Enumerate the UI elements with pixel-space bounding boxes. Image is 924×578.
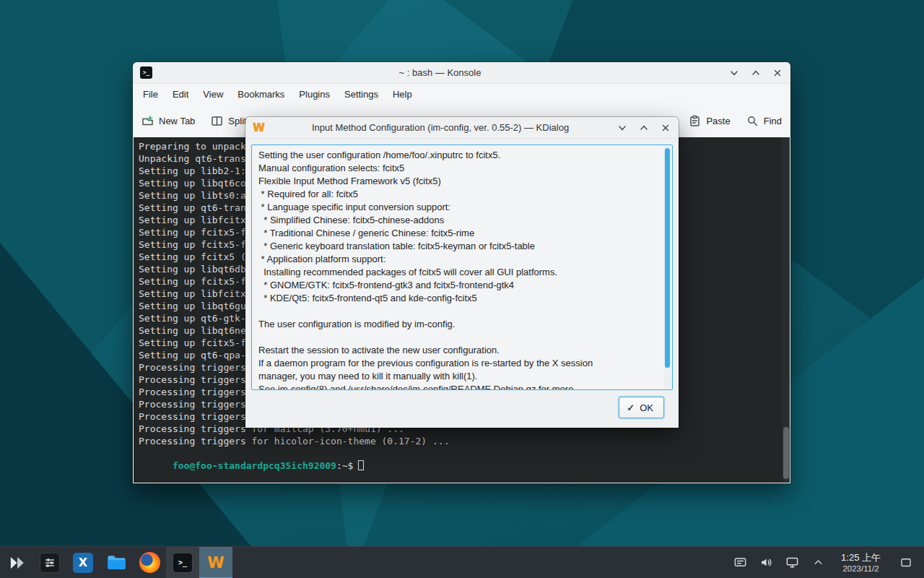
menu-item[interactable]: Settings bbox=[337, 89, 385, 100]
terminal-scrollbar-thumb[interactable] bbox=[783, 427, 789, 479]
blue-x-app-icon: X bbox=[73, 553, 93, 573]
menu-item[interactable]: Bookmarks bbox=[230, 89, 292, 100]
taskbar: X >_ W bbox=[0, 546, 924, 578]
taskbar-konsole-task[interactable]: >_ bbox=[166, 547, 199, 578]
new-tab-button[interactable]: New Tab bbox=[141, 115, 195, 127]
konsole-close-button[interactable] bbox=[771, 66, 783, 79]
paste-label: Paste bbox=[706, 116, 730, 126]
dialog-scrollbar[interactable] bbox=[664, 146, 671, 389]
konsole-maximize-button[interactable] bbox=[749, 66, 762, 79]
kdialog-maximize-button[interactable] bbox=[637, 121, 650, 134]
chevron-down-icon bbox=[618, 124, 627, 132]
kdialog-window-title: Input Method Configuration (im-config, v… bbox=[274, 122, 606, 133]
taskbar-firefox[interactable] bbox=[133, 547, 166, 578]
paste-icon bbox=[689, 115, 701, 127]
chevron-down-icon bbox=[730, 69, 738, 77]
close-icon bbox=[773, 69, 782, 77]
dialog-text-line: * Application platform support: bbox=[258, 253, 666, 266]
dialog-text-line bbox=[258, 331, 666, 344]
launcher-icon bbox=[7, 553, 26, 572]
dialog-text-line: Flexible Input Method Framework v5 (fcit… bbox=[258, 175, 666, 188]
dialog-text-line: Manual configuration selects: fcitx5 bbox=[258, 162, 666, 175]
menu-item[interactable]: Help bbox=[385, 89, 419, 100]
notifications-tray-button[interactable] bbox=[733, 556, 747, 570]
taskbar-im-config-task[interactable]: W bbox=[199, 547, 232, 578]
new-tab-label: New Tab bbox=[159, 116, 195, 126]
terminal-line: Processing triggers for hicolor-icon-the… bbox=[139, 435, 790, 447]
chevron-up-icon bbox=[751, 69, 760, 77]
dialog-text-line: * Simplified Chinese: fcitx5-chinese-add… bbox=[258, 214, 666, 227]
show-desktop-icon bbox=[899, 556, 912, 569]
menu-item[interactable]: Edit bbox=[165, 89, 196, 100]
dialog-text-line: See im-config(8) and /usr/share/doc/im-c… bbox=[258, 383, 666, 390]
dialog-scrollbar-thumb[interactable] bbox=[665, 148, 670, 368]
im-config-icon: W bbox=[253, 121, 265, 134]
clock-time: 1:25 上午 bbox=[841, 552, 881, 564]
dialog-text-line: * GNOME/GTK: fcitx5-frontend-gtk3 and fc… bbox=[258, 279, 666, 292]
dialog-text-line: Setting the user configuration /home/foo… bbox=[258, 149, 666, 162]
im-config-icon: W bbox=[207, 554, 224, 571]
firefox-icon bbox=[139, 552, 160, 573]
prompt-path: :~$ bbox=[336, 460, 353, 471]
chevron-up-icon bbox=[812, 556, 824, 569]
close-icon bbox=[661, 124, 670, 132]
dialog-text-line: manager, you may need to kill it manuall… bbox=[258, 370, 666, 383]
dialog-text-line bbox=[258, 305, 666, 318]
paste-button[interactable]: Paste bbox=[689, 115, 730, 127]
taskbar-app-blue-x[interactable]: X bbox=[66, 547, 100, 578]
menu-item[interactable]: Plugins bbox=[292, 89, 337, 100]
kdialog-window: W Input Method Configuration (im-config,… bbox=[245, 117, 679, 428]
ok-button-label: OK bbox=[640, 402, 653, 413]
konsole-titlebar[interactable]: >_ ~ : bash — Konsole bbox=[133, 62, 790, 84]
menu-item[interactable]: View bbox=[196, 89, 230, 100]
split-view-icon bbox=[211, 115, 223, 127]
folder-icon bbox=[106, 552, 127, 573]
dialog-text-line: If a daemon program for the previous con… bbox=[258, 357, 666, 370]
clock-date: 2023/11/2 bbox=[841, 564, 881, 574]
dialog-text: Setting the user configuration /home/foo… bbox=[258, 149, 666, 390]
volume-icon bbox=[759, 556, 773, 569]
volume-tray-button[interactable] bbox=[759, 556, 773, 570]
konsole-menubar: FileEditViewBookmarksPluginsSettingsHelp bbox=[133, 84, 790, 105]
konsole-icon: >_ bbox=[173, 553, 193, 573]
dialog-text-line: Installing recommended packages of fcitx… bbox=[258, 266, 666, 279]
dialog-text-line: Restart the session to activate the new … bbox=[258, 344, 666, 357]
dialog-text-line: * Language specific input conversion sup… bbox=[258, 201, 666, 214]
terminal-cursor bbox=[358, 460, 364, 470]
sliders-icon bbox=[40, 553, 60, 573]
chevron-up-icon bbox=[640, 124, 648, 132]
dialog-text-line: * Required for all: fcitx5 bbox=[258, 188, 666, 201]
konsole-minimize-button[interactable] bbox=[728, 66, 740, 79]
menu-item[interactable]: File bbox=[136, 89, 165, 100]
taskbar-file-manager[interactable] bbox=[100, 547, 133, 578]
kdialog-minimize-button[interactable] bbox=[616, 121, 628, 134]
dialog-text-line: * Traditional Chinese / generic Chinese:… bbox=[258, 227, 666, 240]
ok-button[interactable]: ✓ OK bbox=[619, 397, 664, 418]
application-launcher-button[interactable] bbox=[0, 547, 33, 578]
konsole-window-title: ~ : bash — Konsole bbox=[162, 67, 718, 78]
notifications-icon bbox=[733, 556, 747, 569]
dialog-text-line: * KDE/Qt5: fcitx5-frontend-qt5 and kde-c… bbox=[258, 292, 666, 305]
prompt-user-host: foo@foo-standardpcq35ich92009 bbox=[173, 460, 336, 471]
dialog-message-area[interactable]: Setting the user configuration /home/foo… bbox=[251, 144, 673, 390]
digital-clock[interactable]: 1:25 上午 2023/11/2 bbox=[837, 552, 885, 574]
display-tray-button[interactable] bbox=[785, 556, 799, 570]
dialog-text-line: The user configuration is modified by im… bbox=[258, 318, 666, 331]
display-icon bbox=[785, 556, 799, 569]
check-icon: ✓ bbox=[627, 402, 635, 413]
search-icon bbox=[746, 115, 759, 127]
find-button[interactable]: Find bbox=[746, 115, 782, 127]
tray-expander-button[interactable] bbox=[811, 556, 825, 570]
terminal-scrollbar[interactable] bbox=[782, 137, 790, 483]
konsole-icon: >_ bbox=[140, 66, 152, 79]
dialog-text-line: * Generic keyboard translation table: fc… bbox=[258, 240, 666, 253]
show-desktop-button[interactable] bbox=[897, 552, 915, 574]
taskbar-app-sliders[interactable] bbox=[33, 547, 66, 578]
new-tab-icon bbox=[141, 115, 154, 127]
kdialog-titlebar[interactable]: W Input Method Configuration (im-config,… bbox=[245, 117, 679, 139]
terminal-prompt-line: foo@foo-standardpcq35ich92009:~$ bbox=[139, 447, 790, 460]
system-tray: 1:25 上午 2023/11/2 bbox=[733, 552, 924, 574]
find-label: Find bbox=[764, 116, 782, 126]
kdialog-close-button[interactable] bbox=[659, 121, 671, 134]
